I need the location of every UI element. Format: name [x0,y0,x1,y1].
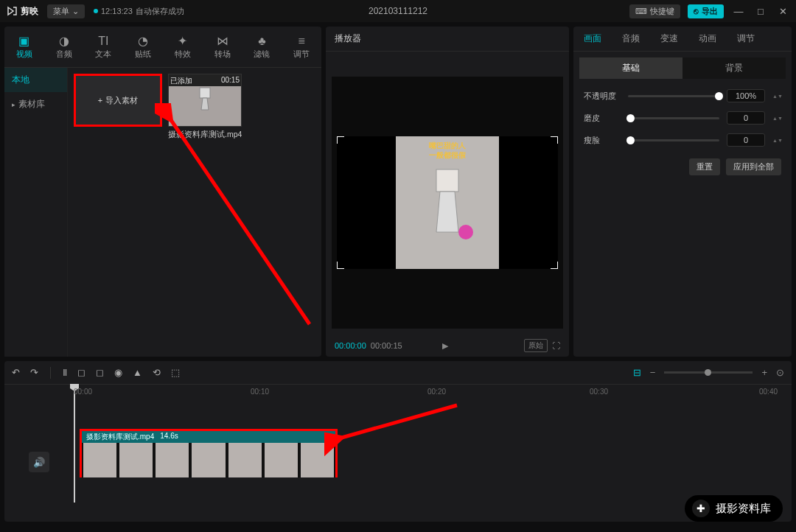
effect-icon: ✦ [178,34,187,48]
import-media-button[interactable]: + 导入素材 [74,74,162,127]
face-stepper[interactable]: ▲▼ [772,133,781,147]
added-badge: 已添加 [170,76,192,86]
track-mute-button[interactable]: 🔊 [29,452,49,472]
svg-rect-1 [436,169,458,192]
preview-viewport[interactable]: 嘴巴甜的人一般都很假 [332,77,563,329]
freeze-button[interactable]: ◉ [114,367,122,378]
timeline-clip[interactable]: 摄影资料库测试.mp414.6s [80,429,338,477]
tab-sticker[interactable]: ◔贴纸 [123,27,163,67]
plus-icon: + [98,96,102,105]
zoom-slider[interactable] [664,371,753,374]
transition-icon: ⋈ [217,34,228,48]
opacity-slider[interactable] [628,95,719,97]
redo-button[interactable]: ↷ [30,367,38,378]
aspect-ratio-button[interactable]: 原始 [524,339,548,352]
apply-all-button[interactable]: 应用到全部 [726,158,781,175]
insp-tab-speed[interactable]: 变速 [650,27,688,51]
delete-right-button[interactable]: ◻ [96,367,104,378]
insp-tab-anim[interactable]: 动画 [688,27,727,51]
insp-tab-adjust[interactable]: 调节 [727,27,765,51]
face-slider[interactable] [628,139,719,141]
smooth-stepper[interactable]: ▲▼ [772,111,781,125]
crop-button[interactable]: ⬚ [171,367,180,378]
tab-audio[interactable]: ◑音频 [44,27,84,67]
zoom-in-button[interactable]: + [761,367,767,378]
preview-title: 播放器 [326,27,569,52]
zoom-fit-button[interactable]: ⊙ [776,367,784,378]
sub-basic[interactable]: 基础 [579,57,682,79]
opacity-stepper[interactable]: ▲▼ [772,89,781,102]
project-name: 202103111212 [369,6,427,16]
total-time: 00:00:15 [371,341,402,350]
filter-icon: ♣ [258,35,266,48]
timeline-ruler[interactable]: 00:00 00:10 00:20 00:30 00:40 [4,385,792,402]
title-bar: 剪映 菜单⌄ 12:13:23 自动保存成功 202103111212 ⌨快捷键… [0,0,796,22]
tab-effect[interactable]: ✦特效 [163,27,203,67]
play-button[interactable]: ▶ [442,341,448,351]
insp-tab-audio[interactable]: 音频 [612,27,650,51]
smooth-row: 磨皮 0 ▲▼ [573,107,792,129]
minimize-button[interactable]: — [731,6,746,17]
reset-button[interactable]: 重置 [689,158,720,175]
timeline-track[interactable]: 摄影资料库测试.mp414.6s [74,402,792,522]
tab-adjust[interactable]: ≡调节 [282,27,321,67]
wechat-icon: ✚ [692,500,710,517]
split-button[interactable]: Ⅱ [63,367,67,378]
zoom-out-button[interactable]: − [650,367,656,378]
app-logo: 剪映 [6,5,38,18]
insp-tab-picture[interactable]: 画面 [573,27,612,51]
undo-button[interactable]: ↶ [12,367,20,378]
svg-point-2 [458,225,473,239]
shortcut-button[interactable]: ⌨快捷键 [629,4,680,18]
sticker-icon: ◔ [138,34,148,48]
fullscreen-button[interactable]: ⛶ [552,341,560,350]
opacity-row: 不透明度 100% ▲▼ [573,85,792,107]
chevron-right-icon: ▸ [12,101,15,108]
clip-thumbnail: 已添加 00:15 [168,74,242,127]
clip-duration: 00:15 [221,76,240,84]
watermark-badge: ✚ 摄影资料库 [685,495,783,522]
current-time: 00:00:00 [335,341,366,350]
video-icon: ▣ [18,34,29,48]
sidebar-local[interactable]: 本地 [4,68,67,92]
media-sidebar: 本地 ▸素材库 [4,68,68,357]
clip-name: 摄影资料库测试.mp4 [168,130,242,140]
media-tabs: ▣视频 ◑音频 TI文本 ◔贴纸 ✦特效 ⋈转场 ♣滤镜 ≡调节 [4,27,321,68]
timeline-panel: ↶ ↷ Ⅱ ◻ ◻ ◉ ▲ ⟲ ⬚ ⊟ − + ⊙ 00:00 00:10 00… [4,361,792,522]
rotate-button[interactable]: ⟲ [153,367,161,378]
face-row: 瘦脸 0 ▲▼ [573,129,792,151]
smooth-slider[interactable] [628,117,719,119]
magnet-button[interactable]: ⊟ [633,367,641,378]
tab-filter[interactable]: ♣滤镜 [242,27,282,67]
tab-text[interactable]: TI文本 [84,27,124,67]
media-clip[interactable]: 已添加 00:15 摄影资料库测试.mp4 [168,74,242,140]
tab-transition[interactable]: ⋈转场 [203,27,242,67]
close-button[interactable]: ✕ [775,6,790,17]
inspector-panel: 画面 音频 变速 动画 调节 基础 背景 不透明度 100% ▲▼ 磨皮 0 ▲… [573,27,792,357]
menu-dropdown[interactable]: 菜单⌄ [47,4,85,18]
mirror-button[interactable]: ▲ [133,367,142,378]
tab-video[interactable]: ▣视频 [4,27,44,67]
delete-left-button[interactable]: ◻ [77,367,85,378]
opacity-value[interactable]: 100% [727,89,765,102]
face-value[interactable]: 0 [727,133,765,147]
sidebar-library[interactable]: ▸素材库 [4,92,67,116]
smooth-value[interactable]: 0 [727,111,765,125]
adjust-icon: ≡ [298,35,304,48]
media-panel: ▣视频 ◑音频 TI文本 ◔贴纸 ✦特效 ⋈转场 ♣滤镜 ≡调节 本地 ▸素材库… [4,27,321,357]
svg-rect-0 [200,88,210,98]
text-icon: TI [98,35,108,48]
preview-panel: 播放器 嘴巴甜的人一般都很假 00:00:00 00:00:15 ▶ 原始 ⛶ [326,27,569,357]
sub-background[interactable]: 背景 [682,57,786,79]
export-button[interactable]: ⎋导出 [688,4,724,18]
audio-icon: ◑ [59,34,69,48]
autosave-status: 12:13:23 自动保存成功 [94,6,184,17]
maximize-button[interactable]: □ [753,6,768,17]
